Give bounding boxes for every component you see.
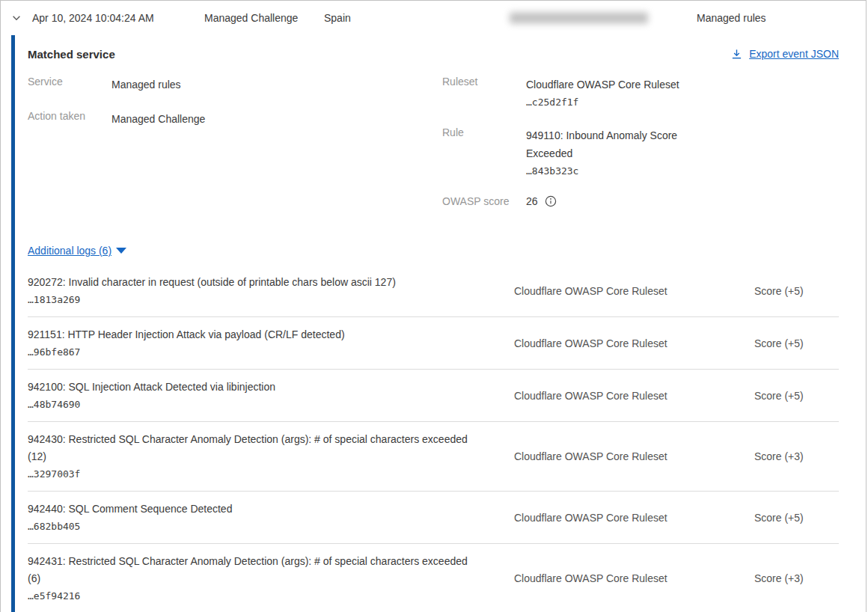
log-ruleset: Cloudflare OWASP Core Ruleset xyxy=(514,274,754,307)
ruleset-id-hash: …c25d2f1f xyxy=(526,94,706,111)
event-timestamp: Apr 10, 2024 10:04:24 AM xyxy=(32,12,154,24)
event-detail-panel: Matched service Export event JSON Servic… xyxy=(1,35,866,612)
log-score: Score (+3) xyxy=(754,553,839,604)
log-row: 942100: SQL Injection Attack Detected vi… xyxy=(28,370,839,422)
log-row: 920272: Invalid character in request (ou… xyxy=(28,265,839,317)
log-score: Score (+5) xyxy=(754,379,839,412)
panel-title: Matched service xyxy=(28,48,115,61)
log-ruleset: Cloudflare OWASP Core Ruleset xyxy=(514,379,754,412)
download-icon xyxy=(731,49,742,60)
selected-row-accent-bar xyxy=(11,35,15,612)
rule-field: Rule 949110: Inbound Anomaly Score Excee… xyxy=(442,126,706,180)
ruleset-value: Cloudflare OWASP Core Ruleset …c25d2f1f xyxy=(526,76,706,111)
owasp-score-value: 26 xyxy=(526,195,538,207)
log-description: 921151: HTTP Header Injection Attack via… xyxy=(28,326,477,343)
ruleset-label: Ruleset xyxy=(442,76,526,111)
rule-name: 949110: Inbound Anomaly Score Exceeded xyxy=(526,129,677,159)
export-event-json-link[interactable]: Export event JSON xyxy=(731,48,839,60)
chevron-down-icon[interactable] xyxy=(10,11,23,25)
log-score: Score (+5) xyxy=(754,326,839,360)
additional-logs-table: 920272: Invalid character in request (ou… xyxy=(28,265,839,612)
owasp-score-label: OWASP score xyxy=(442,195,526,207)
log-ruleset: Cloudflare OWASP Core Ruleset xyxy=(514,431,754,482)
log-row: 942431: Restricted SQL Character Anomaly… xyxy=(28,544,839,612)
log-score: Score (+3) xyxy=(754,431,839,482)
additional-logs-label: Additional logs (6) xyxy=(28,245,111,257)
redacted-value xyxy=(510,13,648,24)
log-description: 942440: SQL Comment Sequence Detected xyxy=(28,501,477,518)
rule-id-hash: …843b323c xyxy=(526,162,706,180)
service-field: Service Managed rules xyxy=(28,76,442,94)
event-summary-row[interactable]: Apr 10, 2024 10:04:24 AM Managed Challen… xyxy=(1,1,866,35)
log-description: 942431: Restricted SQL Character Anomaly… xyxy=(28,553,477,587)
log-rule-hash: …3297003f xyxy=(28,466,477,482)
log-ruleset: Cloudflare OWASP Core Ruleset xyxy=(514,326,754,360)
info-icon[interactable] xyxy=(545,195,557,207)
log-row: 942430: Restricted SQL Character Anomaly… xyxy=(28,422,839,492)
additional-logs-toggle[interactable]: Additional logs (6) xyxy=(28,245,126,257)
log-score: Score (+5) xyxy=(754,501,839,534)
rule-label: Rule xyxy=(442,126,526,180)
security-event-expanded-row: Apr 10, 2024 10:04:24 AM Managed Challen… xyxy=(0,0,867,612)
service-value: Managed rules xyxy=(111,76,181,94)
log-description: 942100: SQL Injection Attack Detected vi… xyxy=(28,379,477,396)
owasp-score-field: OWASP score 26 xyxy=(442,195,706,207)
event-service: Managed rules xyxy=(697,12,766,24)
log-rule-hash: …48b74690 xyxy=(28,397,477,412)
event-action-taken: Managed Challenge xyxy=(204,12,298,24)
log-row: 942440: SQL Comment Sequence Detected …6… xyxy=(28,492,839,544)
ruleset-field: Ruleset Cloudflare OWASP Core Ruleset …c… xyxy=(442,76,706,111)
log-description: 920272: Invalid character in request (ou… xyxy=(28,274,477,291)
action-taken-value: Managed Challenge xyxy=(111,110,205,128)
export-event-json-label: Export event JSON xyxy=(749,48,839,60)
log-ruleset: Cloudflare OWASP Core Ruleset xyxy=(514,553,754,604)
log-ruleset: Cloudflare OWASP Core Ruleset xyxy=(514,501,754,534)
action-taken-field: Action taken Managed Challenge xyxy=(28,110,442,128)
log-rule-hash: …96bfe867 xyxy=(28,344,477,360)
log-row: 921151: HTTP Header Injection Attack via… xyxy=(28,317,839,370)
log-rule-hash: …682bb405 xyxy=(28,518,477,534)
action-taken-label: Action taken xyxy=(28,110,111,128)
log-rule-hash: …1813a269 xyxy=(28,292,477,307)
ruleset-name: Cloudflare OWASP Core Ruleset xyxy=(526,79,679,91)
event-country: Spain xyxy=(324,12,351,24)
log-score: Score (+5) xyxy=(754,274,839,307)
service-label: Service xyxy=(28,76,111,94)
log-description: 942430: Restricted SQL Character Anomaly… xyxy=(28,431,477,465)
rule-value: 949110: Inbound Anomaly Score Exceeded …… xyxy=(526,126,706,180)
triangle-down-icon xyxy=(116,248,126,254)
log-rule-hash: …e5f94216 xyxy=(28,588,477,604)
